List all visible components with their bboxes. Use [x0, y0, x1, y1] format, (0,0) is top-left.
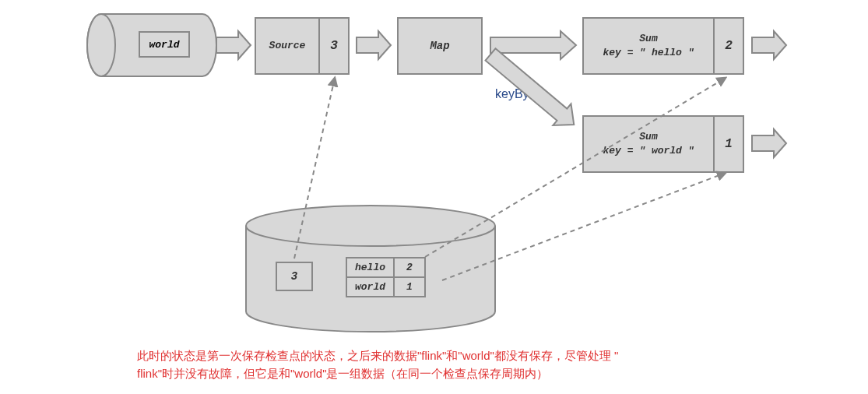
table-key: hello [346, 258, 394, 277]
sum1-title: Sum [639, 32, 657, 46]
sum1-value: 2 [725, 39, 733, 53]
sum-world-box: Sum key = " world " 1 [582, 115, 744, 173]
svg-point-0 [87, 14, 115, 76]
arrow-icon [490, 31, 576, 59]
sum2-expr: key = " world " [603, 144, 694, 158]
table-key: world [346, 277, 394, 297]
world-box: world [139, 31, 190, 58]
source-label: Source [269, 39, 306, 53]
arrow-icon [752, 129, 786, 157]
caption: 此时的状态是第一次保存检查点的状态，之后来的数据"flink"和"world"都… [137, 347, 618, 382]
sum1-expr: key = " hello " [603, 46, 694, 60]
caption-line1: 此时的状态是第一次保存检查点的状态，之后来的数据"flink"和"world"都… [137, 349, 618, 362]
sum2-value: 1 [725, 137, 733, 151]
arrow-icon [357, 31, 391, 59]
svg-point-5 [246, 206, 495, 246]
arrow-icon [216, 31, 251, 59]
dashed-connector [294, 78, 335, 259]
keyby-label: keyBy [495, 87, 529, 101]
table-row: hello 2 [346, 258, 425, 277]
map-box: Map [397, 17, 483, 75]
storage-table: hello 2 world 1 [346, 257, 426, 297]
storage-offset: 3 [291, 270, 297, 283]
caption-line2: flink"时并没有故障，但它是和"world"是一组数据（在同一个检查点保存周… [137, 367, 549, 380]
arrow-icon [752, 31, 786, 59]
table-row: world 1 [346, 277, 425, 297]
sum-hello-box: Sum key = " hello " 2 [582, 17, 744, 75]
sum2-title: Sum [639, 130, 657, 144]
world-label: world [149, 39, 179, 51]
table-val: 1 [394, 277, 425, 297]
dashed-connector [442, 173, 726, 280]
storage-offset-box: 3 [276, 262, 313, 291]
table-val: 2 [394, 258, 425, 277]
source-value: 3 [330, 39, 338, 53]
source-box: Source 3 [255, 17, 350, 75]
map-label: Map [430, 40, 449, 52]
